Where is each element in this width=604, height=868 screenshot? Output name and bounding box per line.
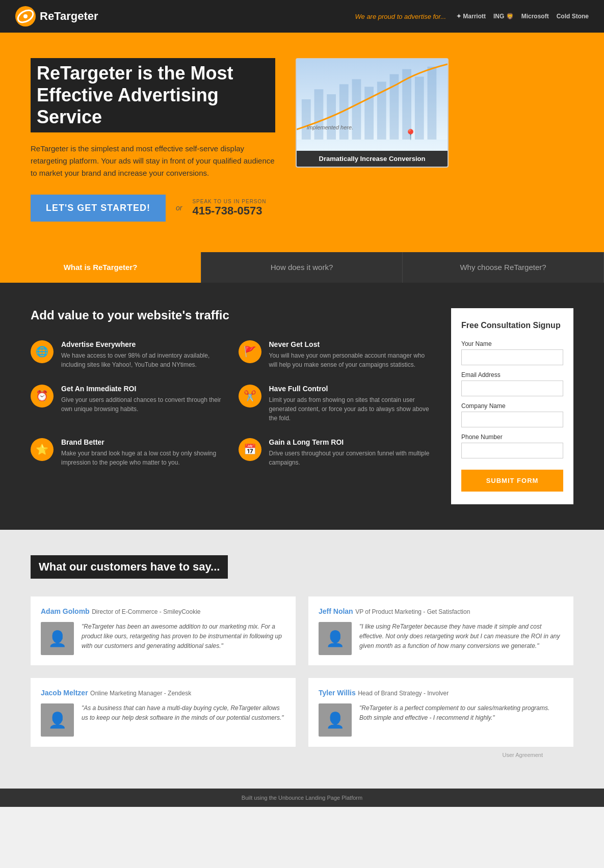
hero-section: ReTargeter is the Most Effective Adverti…: [0, 33, 604, 252]
feature-neverlost-title: Never Get Lost: [269, 340, 431, 348]
globe-icon: 🌐: [31, 340, 54, 363]
ing-logo: ING 🦁: [493, 13, 514, 20]
jacob-photo: 👤: [41, 703, 74, 737]
feature-roi: ⏰ Get An Immediate ROI Give your users a…: [31, 385, 223, 423]
form-phone-group: Phone Number: [461, 433, 563, 458]
svg-rect-13: [428, 67, 437, 140]
built-with-text: Built using the Unbounce Landing Page Pl…: [242, 795, 362, 801]
tab-how[interactable]: How does it work?: [201, 252, 403, 283]
microsoft-logo: Microsoft: [521, 13, 549, 20]
company-input[interactable]: [461, 412, 563, 427]
chart-footer: Dramatically Increase Conversion: [297, 151, 448, 167]
header-right: We are proud to advertise for... ✦ Marri…: [355, 13, 589, 20]
company-label: Company Name: [461, 402, 563, 410]
testimonial-tyler-header: Tyler Willis Head of Brand Strategy - In…: [319, 688, 563, 697]
testimonials-title: What our customers have to say...: [31, 555, 228, 579]
jacob-quote: "As a business that can have a multi-day…: [82, 703, 285, 723]
user-agreement-link[interactable]: User Agreement: [503, 752, 543, 758]
testimonial-jeff: Jeff Nolan VP of Product Marketing - Get…: [308, 596, 573, 665]
jacob-title: Online Marketing Manager - Zendesk: [90, 690, 191, 697]
submit-button[interactable]: SUBMIT FORM: [461, 470, 563, 492]
phone-block: SPEAK TO US IN PERSON 415-738-0573: [192, 199, 266, 218]
feature-advertise: 🌐 Advertise Everywhere We have access to…: [31, 340, 223, 369]
phone-input[interactable]: [461, 443, 563, 458]
svg-rect-4: [314, 89, 324, 140]
advertiser-logos: ✦ Marriott ING 🦁 Microsoft Cold Stone: [456, 13, 589, 20]
testimonial-tyler: Tyler Willis Head of Brand Strategy - In…: [308, 678, 573, 747]
hero-title: ReTargeter is the Most Effective Adverti…: [31, 58, 275, 132]
form-company-group: Company Name: [461, 402, 563, 427]
testimonial-jacob-header: Jacob Meltzer Online Marketing Manager -…: [41, 688, 285, 697]
hero-cta: LET'S GET STARTED! or SPEAK TO US IN PER…: [31, 195, 275, 222]
feature-longterm: 📅 Gain a Long Term ROI Drive users throu…: [239, 438, 431, 467]
name-label: Your Name: [461, 340, 563, 347]
feature-brand-title: Brand Better: [61, 438, 223, 446]
consultation-form: Free Consultation Signup Your Name Email…: [451, 308, 573, 504]
adam-photo: 👤: [41, 622, 74, 655]
main-content: Add value to your website's traffic 🌐 Ad…: [0, 283, 604, 530]
svg-point-1: [23, 14, 28, 18]
chart-container: 3x Conversion Increase Bounce Rate Decre…: [296, 58, 449, 168]
svg-rect-8: [364, 87, 374, 140]
testimonial-jacob: Jacob Meltzer Online Marketing Manager -…: [31, 678, 296, 747]
flag-icon: 🚩: [239, 340, 261, 363]
control-icon: ✂️: [239, 385, 261, 408]
feature-control-desc: Limit your ads from showing on sites tha…: [269, 395, 431, 423]
form-email-group: Email Address: [461, 371, 563, 396]
adam-title: Director of E-Commerce - SmileyCookie: [92, 608, 200, 615]
calendar-icon: 📅: [239, 438, 261, 461]
tab-what[interactable]: What is ReTargeter?: [0, 252, 201, 283]
feature-control: ✂️ Have Full Control Limit your ads from…: [239, 385, 431, 423]
email-label: Email Address: [461, 371, 563, 378]
tab-why[interactable]: Why choose ReTargeter?: [403, 252, 604, 283]
hero-description: ReTargeter is the simplest and most effe…: [31, 143, 275, 179]
name-input[interactable]: [461, 349, 563, 365]
feature-longterm-desc: Drive users throughout your conversion f…: [269, 449, 431, 467]
feature-brand: ⭐ Brand Better Make your brand look huge…: [31, 438, 223, 467]
tabs-nav: What is ReTargeter? How does it work? Wh…: [0, 252, 604, 283]
feature-advertise-desc: We have access to over 98% of ad invento…: [61, 351, 223, 369]
tyler-quote: "ReTargeter is a perfect complement to o…: [359, 703, 563, 723]
tyler-title: Head of Brand Strategy - Involver: [358, 690, 449, 697]
logo-text: ReTargeter: [40, 10, 98, 23]
jeff-title: VP of Product Marketing - Get Satisfacti…: [355, 608, 470, 615]
tyler-photo: 👤: [319, 703, 352, 737]
jeff-photo: 👤: [319, 622, 352, 655]
feature-never-lost: 🚩 Never Get Lost You will have your own …: [239, 340, 431, 369]
footer: Built using the Unbounce Landing Page Pl…: [0, 789, 604, 807]
feature-neverlost-desc: You will have your own personable accoun…: [269, 351, 431, 369]
marriott-logo: ✦ Marriott: [456, 13, 486, 20]
coldstone-logo: Cold Stone: [557, 13, 589, 20]
or-text: or: [176, 204, 182, 212]
logo-icon: [15, 6, 36, 26]
features-section: Add value to your website's traffic 🌐 Ad…: [31, 308, 431, 504]
feature-advertise-title: Advertise Everywhere: [61, 340, 223, 348]
testimonials-grid: Adam Golomb Director of E-Commerce - Smi…: [31, 596, 573, 747]
adam-name: Adam Golomb: [41, 607, 90, 615]
impl-text: implemented here.: [307, 124, 353, 130]
clock-icon: ⏰: [31, 385, 54, 408]
location-pin: 📍: [404, 128, 417, 141]
hero-right: 3x Conversion Increase Bounce Rate Decre…: [296, 58, 449, 168]
jeff-name: Jeff Nolan: [319, 607, 353, 615]
logo-area: ReTargeter: [15, 6, 98, 26]
star-icon: ⭐: [31, 438, 54, 461]
header: ReTargeter We are proud to advertise for…: [0, 0, 604, 33]
feature-roi-desc: Give your users additional chances to co…: [61, 395, 223, 414]
feature-longterm-title: Gain a Long Term ROI: [269, 438, 431, 446]
chart-inner: 3x Conversion Increase Bounce Rate Decre…: [297, 59, 448, 151]
features-grid: 🌐 Advertise Everywhere We have access to…: [31, 340, 431, 467]
proud-text: We are proud to advertise for...: [355, 13, 446, 20]
form-title: Free Consultation Signup: [461, 321, 563, 330]
speak-label: SPEAK TO US IN PERSON: [192, 199, 266, 204]
jacob-name: Jacob Meltzer: [41, 689, 88, 697]
feature-control-title: Have Full Control: [269, 385, 431, 393]
email-input[interactable]: [461, 381, 563, 396]
phone-number[interactable]: 415-738-0573: [192, 204, 266, 218]
footer-link: User Agreement: [31, 747, 573, 763]
testimonial-adam: Adam Golomb Director of E-Commerce - Smi…: [31, 596, 296, 665]
svg-rect-7: [352, 79, 361, 139]
svg-rect-3: [302, 99, 311, 140]
feature-brand-desc: Make your brand look huge at a low cost …: [61, 449, 223, 467]
get-started-button[interactable]: LET'S GET STARTED!: [31, 195, 166, 222]
